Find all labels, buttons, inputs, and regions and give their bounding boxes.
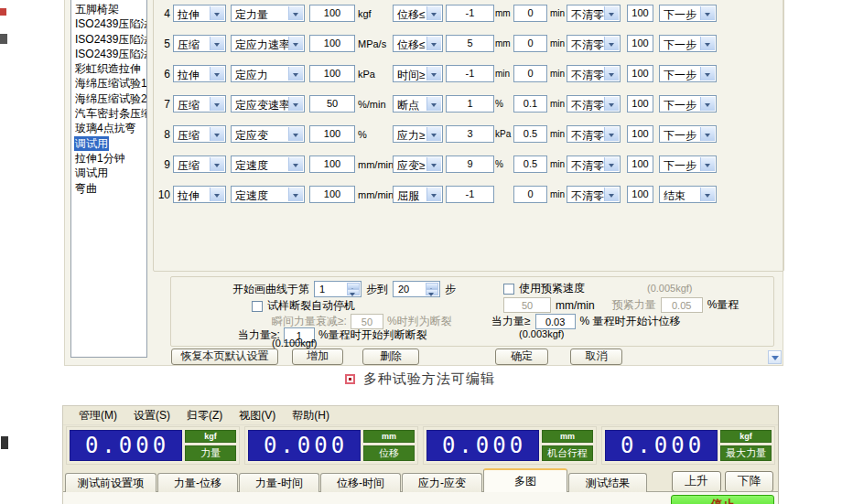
chevron-down-icon[interactable] xyxy=(426,6,441,20)
display-name-badge[interactable]: 最大力量 xyxy=(720,445,772,461)
step-condition-select[interactable]: 位移≤ xyxy=(393,5,443,22)
step-value-input[interactable]: 100 xyxy=(309,125,355,143)
step-condition-select[interactable]: 屈服 xyxy=(393,186,443,203)
preload-force-input[interactable]: 0.05 xyxy=(661,297,703,313)
display-name-badge[interactable]: 位移 xyxy=(363,445,415,461)
menu-item[interactable]: 设置(S) xyxy=(125,408,178,424)
step-zero-select[interactable]: 不清零 xyxy=(567,95,621,113)
displacement-start-input[interactable]: 0.03 xyxy=(535,314,576,329)
auto-stop-checkbox[interactable] xyxy=(252,301,263,312)
step-mode-select[interactable]: 定应变速率 xyxy=(231,95,305,113)
chevron-down-icon[interactable] xyxy=(426,37,441,50)
step-condition-select[interactable]: 断点 xyxy=(393,95,443,113)
delete-button[interactable]: 删除 xyxy=(362,349,419,365)
chevron-down-icon[interactable] xyxy=(288,67,303,80)
step-next-action-select[interactable]: 下一步 xyxy=(659,65,717,82)
chevron-down-icon[interactable] xyxy=(210,157,224,171)
method-list-item[interactable]: ISO2439压陷法 xyxy=(71,16,146,31)
step-value-input[interactable]: 100 xyxy=(309,186,355,203)
step-value-input[interactable]: 100 xyxy=(309,5,355,22)
jog-up-button[interactable]: 上升 xyxy=(672,471,721,492)
chevron-down-icon[interactable] xyxy=(426,67,441,80)
method-list-item[interactable]: 汽车密封条压缩 xyxy=(71,106,146,121)
chevron-down-icon[interactable] xyxy=(426,157,441,171)
menu-item[interactable]: 管理(M) xyxy=(70,408,125,424)
spinner-arrows-icon[interactable] xyxy=(347,283,360,295)
step-hold-time-input[interactable]: 0 xyxy=(513,65,547,82)
step-range-percent-input[interactable]: 100 xyxy=(627,155,653,173)
step-hold-time-input[interactable]: 0 xyxy=(513,5,547,22)
tab[interactable]: 力量-位移 xyxy=(157,473,238,492)
step-mode-select[interactable]: 定力量 xyxy=(231,5,305,22)
scrollbar-down-icon[interactable] xyxy=(768,350,782,364)
step-next-action-select[interactable]: 结束 xyxy=(659,186,717,203)
step-condition-value-input[interactable]: -1 xyxy=(446,5,494,22)
method-list-item[interactable]: 海绵压缩试验2 xyxy=(71,91,146,106)
chevron-down-icon[interactable] xyxy=(426,188,441,201)
add-button[interactable]: 增加 xyxy=(292,349,343,365)
chevron-down-icon[interactable] xyxy=(288,188,303,201)
step-range-percent-input[interactable]: 100 xyxy=(627,95,653,113)
step-range-percent-input[interactable]: 100 xyxy=(627,35,653,52)
method-list-item[interactable]: 调试用 xyxy=(71,136,146,151)
tab[interactable]: 应力-应变 xyxy=(402,473,482,492)
step-condition-value-input[interactable]: 3 xyxy=(446,125,494,143)
tab[interactable]: 力量-时间 xyxy=(239,473,319,492)
step-mode-select[interactable]: 定应力速率 xyxy=(231,35,305,52)
step-hold-time-input[interactable]: 0.5 xyxy=(513,125,547,143)
step-condition-value-input[interactable]: -1 xyxy=(446,65,494,82)
step-zero-select[interactable]: 不清零 xyxy=(567,5,621,22)
step-direction-select[interactable]: 拉伸 xyxy=(173,5,226,22)
ok-button[interactable]: 确定 xyxy=(495,349,548,365)
step-hold-time-input[interactable]: 0.1 xyxy=(513,95,547,113)
step-condition-value-input[interactable]: -1 xyxy=(446,186,494,203)
chevron-down-icon[interactable] xyxy=(700,97,715,111)
step-direction-select[interactable]: 压缩 xyxy=(173,125,226,143)
chevron-down-icon[interactable] xyxy=(604,188,619,201)
step-range-percent-input[interactable]: 100 xyxy=(627,5,653,22)
step-hold-time-input[interactable]: 0.5 xyxy=(513,155,547,173)
method-list[interactable]: 五脚椅架 ISO2439压陷法 ISO2439压陷法 ISO2439压陷法 彩虹… xyxy=(70,0,147,358)
chevron-down-icon[interactable] xyxy=(210,37,224,50)
chevron-down-icon[interactable] xyxy=(700,127,715,141)
chevron-down-icon[interactable] xyxy=(700,67,715,80)
method-list-item[interactable]: ISO2439压陷法 xyxy=(71,32,146,47)
step-condition-select[interactable]: 位移≤ xyxy=(393,35,443,52)
chevron-down-icon[interactable] xyxy=(604,6,619,20)
step-next-action-select[interactable]: 下一步 xyxy=(659,5,717,22)
method-list-item[interactable]: ISO2439压陷法 xyxy=(71,47,146,61)
chevron-down-icon[interactable] xyxy=(700,157,715,171)
chevron-down-icon[interactable] xyxy=(288,97,303,111)
step-hold-time-input[interactable]: 0 xyxy=(513,35,547,52)
step-zero-select[interactable]: 不清零 xyxy=(567,186,621,203)
step-next-action-select[interactable]: 下一步 xyxy=(659,155,717,173)
step-mode-select[interactable]: 定应变 xyxy=(231,125,305,143)
method-list-item[interactable]: 海绵压缩试验1 xyxy=(71,76,146,91)
chevron-down-icon[interactable] xyxy=(604,37,619,50)
step-mode-select[interactable]: 定速度 xyxy=(231,155,305,173)
chevron-down-icon[interactable] xyxy=(288,127,303,141)
jog-down-button[interactable]: 下降 xyxy=(725,471,773,492)
chevron-down-icon[interactable] xyxy=(288,6,303,20)
step-zero-select[interactable]: 不清零 xyxy=(567,35,621,52)
step-next-action-select[interactable]: 下一步 xyxy=(659,125,717,143)
step-range-percent-input[interactable]: 100 xyxy=(627,125,653,143)
curve-from-spinner[interactable]: 1 xyxy=(314,281,362,297)
step-direction-select[interactable]: 压缩 xyxy=(173,95,226,113)
tab[interactable]: 测试结果 xyxy=(568,473,647,492)
step-direction-select[interactable]: 压缩 xyxy=(173,155,226,173)
chevron-down-icon[interactable] xyxy=(700,188,715,201)
chevron-down-icon[interactable] xyxy=(700,37,715,50)
use-preload-checkbox[interactable] xyxy=(503,284,514,295)
display-name-badge[interactable]: 力量 xyxy=(185,445,236,461)
step-direction-select[interactable]: 拉伸 xyxy=(173,186,226,203)
step-hold-time-input[interactable]: 0 xyxy=(513,186,547,203)
chevron-down-icon[interactable] xyxy=(426,127,441,141)
step-condition-select[interactable]: 应变≥ xyxy=(393,155,443,173)
spinner-arrows-icon[interactable] xyxy=(426,283,438,295)
step-mode-select[interactable]: 定应力 xyxy=(231,65,305,82)
step-value-input[interactable]: 100 xyxy=(309,35,355,52)
chevron-down-icon[interactable] xyxy=(604,157,619,171)
menu-item[interactable]: 视图(V) xyxy=(231,408,284,424)
chevron-down-icon[interactable] xyxy=(700,6,715,20)
